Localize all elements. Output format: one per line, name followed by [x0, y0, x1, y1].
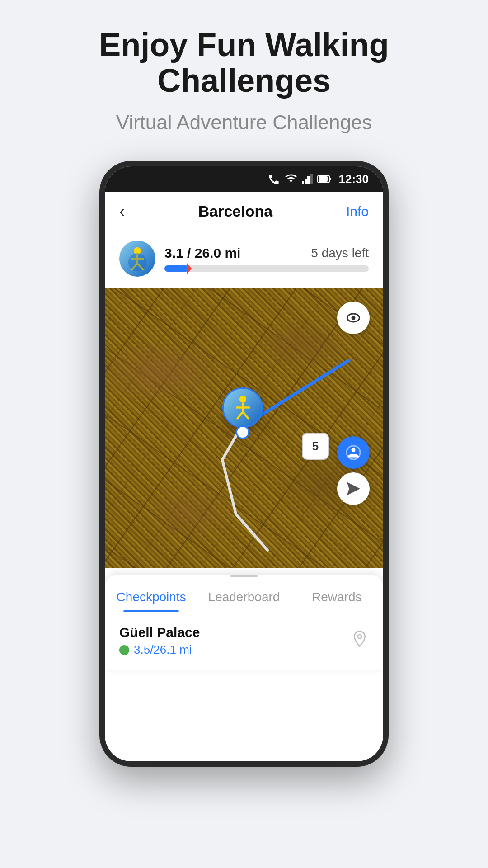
nav-bar: ‹ Barcelona Info [105, 192, 383, 231]
phone-icon [267, 173, 280, 185]
progress-section: 3.1 / 26.0 mi 5 days left [105, 231, 383, 288]
map-area[interactable]: 5 [105, 288, 383, 568]
location-icon [351, 630, 369, 652]
map-avatar-bubble [222, 387, 263, 428]
progress-days: 5 days left [311, 246, 369, 260]
avatar [119, 241, 155, 277]
signal-icon [302, 173, 313, 185]
progress-info: 3.1 / 26.0 mi 5 days left [164, 245, 369, 272]
svg-point-13 [239, 396, 246, 403]
svg-point-23 [358, 635, 361, 638]
status-icons: 12:30 [267, 172, 369, 186]
hero-title: Enjoy Fun Walking Challenges [0, 27, 488, 99]
progress-numbers: 3.1 / 26.0 mi 5 days left [164, 245, 369, 261]
hero-subtitle: Virtual Adventure Challenges [116, 111, 372, 134]
phone-screen: 12:30 ‹ Barcelona Info [105, 166, 383, 761]
person-location-button[interactable] [337, 436, 370, 469]
checkpoint-status-dot [119, 645, 129, 655]
battery-icon [317, 175, 332, 184]
svg-rect-6 [330, 178, 331, 180]
navigation-button[interactable] [337, 472, 370, 505]
map-background: 5 [105, 288, 383, 568]
page-title: Barcelona [198, 203, 272, 220]
checkpoint-list-item: Güell Palace 3.5/26.1 mi [105, 612, 383, 670]
info-button[interactable]: Info [346, 204, 369, 219]
phone-shell: 12:30 ‹ Barcelona Info [99, 161, 389, 767]
tab-leaderboard[interactable]: Leaderboard [197, 581, 290, 612]
svg-marker-22 [348, 483, 359, 494]
status-time: 12:30 [339, 172, 369, 186]
checkpoint-item-info: Güell Palace 3.5/26.1 mi [119, 625, 351, 657]
svg-rect-3 [310, 174, 313, 184]
bottom-panel: Checkpoints Leaderboard Rewards Güell Pa… [105, 575, 383, 670]
svg-rect-1 [305, 179, 307, 184]
svg-point-20 [352, 448, 356, 452]
status-bar: 12:30 [105, 166, 383, 192]
svg-rect-0 [302, 181, 304, 184]
svg-rect-2 [307, 176, 310, 184]
tab-checkpoints[interactable]: Checkpoints [105, 581, 197, 612]
progress-bar-track [164, 265, 369, 272]
checkpoint-name: Güell Palace [119, 625, 351, 640]
map-avatar-dot [236, 425, 249, 439]
svg-point-19 [352, 316, 356, 320]
eye-button[interactable] [337, 302, 370, 334]
checkpoint-number-badge: 5 [302, 433, 329, 460]
back-button[interactable]: ‹ [119, 202, 125, 221]
svg-rect-5 [319, 176, 328, 182]
progress-bar-fill [164, 265, 189, 272]
tabs-row: Checkpoints Leaderboard Rewards [105, 581, 383, 612]
map-avatar-marker [222, 387, 263, 439]
progress-distance: 3.1 / 26.0 mi [164, 245, 240, 261]
checkpoint-distance: 3.5/26.1 mi [119, 643, 351, 657]
svg-line-16 [237, 412, 243, 419]
panel-handle [230, 575, 258, 577]
phone-mockup: 12:30 ‹ Barcelona Info [99, 161, 389, 767]
wifi-icon [285, 173, 297, 185]
tab-rewards[interactable]: Rewards [291, 581, 383, 612]
svg-line-17 [243, 412, 249, 419]
svg-point-12 [128, 253, 146, 271]
